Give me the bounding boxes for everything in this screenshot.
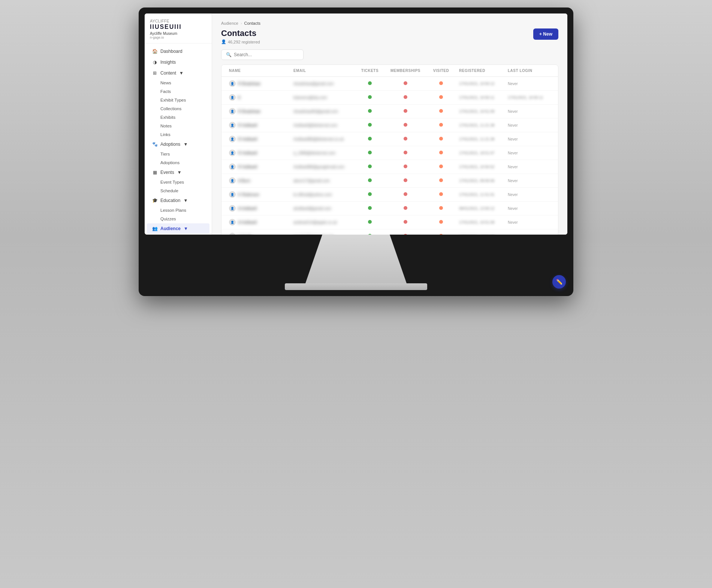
table-row[interactable]: 👤 A Burn aburn17@gmail.com 17/01/2021, 0… xyxy=(221,174,558,188)
sidebar-item-event-types[interactable]: Event Types xyxy=(147,178,209,186)
sidebar-item-links[interactable]: Links xyxy=(147,130,209,139)
cell-memberships xyxy=(385,106,426,117)
table-row[interactable]: 👤 A Holliwell aholliwell@gmail.com 08/01… xyxy=(221,202,558,215)
visited-dot xyxy=(439,206,443,210)
sidebar-item-news[interactable]: News xyxy=(147,79,209,87)
sidebar-group-adoptions[interactable]: 🐾 Adoptions ▼ xyxy=(147,139,209,150)
sidebar-item-schedule[interactable]: Schedule xyxy=(147,187,209,195)
table-row[interactable]: 👤 R Holliwell rholliwell@btinternet.com … xyxy=(221,118,558,132)
visited-dot xyxy=(439,192,443,196)
chevron-down-icon: ▼ xyxy=(177,170,182,175)
table-row[interactable]: 👤 K kstevens@sky.com 17/01/2021, 10:50:1… xyxy=(221,91,558,105)
visited-dot xyxy=(439,95,443,99)
table-body: 👤 R Bradshaw rbradshaw@gmail.com 17/01/2… xyxy=(221,77,558,235)
row-avatar: 👤 xyxy=(229,94,236,101)
table-row[interactable]: 👤 A Smith asmith@btinternet.com 17/01/20… xyxy=(221,229,558,235)
app-screen: AYCLIFFE IIUSEUIII Aycliffe Museum n-gag… xyxy=(145,13,567,235)
sidebar-item-facts[interactable]: Facts xyxy=(147,87,209,96)
table-row[interactable]: 👤 R Holliwell rholliwell88@googlemail.co… xyxy=(221,160,558,174)
table-row[interactable]: 👤 R Bradshaw rbradshaw@gmail.com 17/01/2… xyxy=(221,77,558,91)
monitor-stand xyxy=(300,235,412,283)
cell-visited xyxy=(426,203,456,214)
cell-name: 👤 K Robinson xyxy=(226,188,290,201)
cell-tickets xyxy=(355,78,385,89)
cell-name: 👤 R Holliwell xyxy=(226,132,290,146)
row-avatar: 👤 xyxy=(229,163,236,170)
sidebar-group-events[interactable]: ▦ Events ▼ xyxy=(147,167,209,178)
row-name: A Holliwell xyxy=(238,220,257,224)
sidebar-group-education[interactable]: 🎓 Education ▼ xyxy=(147,195,209,206)
last-login-never: Never xyxy=(508,193,518,197)
row-email: rbradshaw84@gmail.com xyxy=(293,109,338,114)
sidebar-item-exhibits[interactable]: Exhibits xyxy=(147,113,209,121)
sidebar-item-exhibit-types[interactable]: Exhibit Types xyxy=(147,96,209,104)
visited-dot xyxy=(439,123,443,127)
cell-email: rj_1988@btinternet.com xyxy=(290,147,355,159)
cell-visited xyxy=(426,161,456,172)
chevron-down-icon: ▼ xyxy=(183,142,188,147)
sidebar-item-insights[interactable]: ◑ Insights xyxy=(147,57,209,67)
row-email: asmith@btinternet.com xyxy=(293,234,334,235)
col-name: NAME xyxy=(226,65,290,76)
sidebar-item-collections[interactable]: Collections xyxy=(147,105,209,113)
memberships-dot xyxy=(404,123,407,127)
sidebar-group-audience[interactable]: 👥 Audience ▼ xyxy=(147,223,209,234)
col-email: EMAIL xyxy=(290,65,355,76)
new-contact-button[interactable]: + New xyxy=(533,28,558,40)
sidebar-group-content[interactable]: ⊞ Content ▼ xyxy=(147,68,209,78)
monitor-base xyxy=(285,283,427,290)
page-title: Contacts xyxy=(221,28,260,38)
events-icon: ▦ xyxy=(152,170,157,175)
row-avatar: 👤 xyxy=(229,136,236,142)
sidebar-item-notes[interactable]: Notes xyxy=(147,122,209,130)
sidebar-item-label: Audience xyxy=(160,226,181,231)
sidebar-item-label: Insights xyxy=(160,60,204,65)
cell-last-login: Never xyxy=(505,217,553,228)
page-header: Contacts 👤 46,292 registered + New xyxy=(221,28,558,44)
cell-visited xyxy=(426,92,456,103)
memberships-dot xyxy=(404,81,407,85)
cell-email: kstevens@sky.com xyxy=(290,92,355,103)
row-registered: 17/01/2021, 11:21:38 xyxy=(459,123,495,127)
sidebar-item-lesson-plans[interactable]: Lesson Plans xyxy=(147,206,209,214)
col-registered: REGISTERED xyxy=(456,65,505,76)
last-login-never: Never xyxy=(508,82,518,86)
cell-memberships xyxy=(385,217,426,228)
breadcrumb-parent[interactable]: Audience xyxy=(221,21,238,25)
tickets-dot xyxy=(368,178,372,182)
nav-section: 🏠 Dashboard ◑ Insights ⊞ Content ▼ News … xyxy=(145,43,212,235)
cell-tickets xyxy=(355,147,385,159)
cell-memberships xyxy=(385,78,426,89)
memberships-dot xyxy=(404,165,407,168)
cell-visited xyxy=(426,120,456,131)
cell-name: 👤 A Holliwell xyxy=(226,215,290,229)
row-registered: 17/01/2021, 08:00:06 xyxy=(459,179,495,183)
sidebar-item-dashboard[interactable]: 🏠 Dashboard xyxy=(147,46,209,57)
row-avatar: 👤 xyxy=(229,150,236,156)
cell-registered: 17/01/2021, 10:51:03 xyxy=(456,230,505,235)
sidebar-item-adoptions[interactable]: Adoptions xyxy=(147,159,209,167)
sidebar-item-quizzes[interactable]: Quizzes xyxy=(147,215,209,223)
sidebar-item-tiers[interactable]: Tiers xyxy=(147,150,209,158)
tickets-dot xyxy=(368,109,372,113)
cell-registered: 17/01/2021, 11:21:38 xyxy=(456,133,505,145)
cell-memberships xyxy=(385,133,426,145)
cell-tickets xyxy=(355,106,385,117)
cell-memberships xyxy=(385,230,426,235)
dashboard-icon: 🏠 xyxy=(152,49,157,54)
cell-memberships xyxy=(385,175,426,186)
sidebar-item-app[interactable]: App xyxy=(147,234,209,235)
table-row[interactable]: 👤 R Holliwell rholliwell88@btinternet.co… xyxy=(221,132,558,146)
table-row[interactable]: 👤 R Holliwell rj_1988@btinternet.com 17/… xyxy=(221,146,558,160)
search-input[interactable] xyxy=(234,52,299,57)
chevron-down-icon: ▼ xyxy=(179,70,184,76)
cell-tickets xyxy=(355,217,385,228)
cell-tickets xyxy=(355,161,385,172)
cell-memberships xyxy=(385,161,426,172)
table-row[interactable]: 👤 K Robinson kr.official@yahoo.com 17/01… xyxy=(221,188,558,202)
table-row[interactable]: 👤 R Bradshaw rbradshaw84@gmail.com 17/01… xyxy=(221,105,558,118)
visited-dot xyxy=(439,220,443,224)
table-row[interactable]: 👤 A Holliwell andrewh14@apple.co.uk 17/0… xyxy=(221,215,558,229)
cell-visited xyxy=(426,189,456,200)
memberships-dot xyxy=(404,206,407,210)
